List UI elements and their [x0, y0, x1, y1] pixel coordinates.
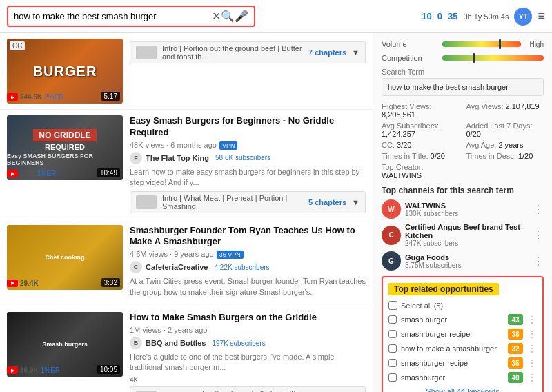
view-count: 16.9K	[20, 366, 39, 374]
thumbnail-wrap: NO GRIDDLE REQUIRED Easy SMASH BURGERS F…	[7, 115, 123, 180]
chapters-arrow-icon: ▼	[352, 198, 359, 206]
channel-dots-icon[interactable]: ⋮	[533, 203, 544, 216]
channel-list-item: G Guga Foods 3.75M subscribers ⋮	[382, 251, 544, 271]
video-list: BURGER CC 5:17 244.6K 2%ER Intro | Porti…	[0, 33, 373, 392]
video-meta: 4.6M views · 9 years ago36 VPN	[130, 250, 366, 258]
chapters-bar[interactable]: measure out patties | count off about 70…	[130, 386, 366, 392]
channel-name[interactable]: CafeteriaCreative	[146, 263, 208, 271]
keyword-dots-icon[interactable]: ⋮	[527, 329, 537, 340]
view-count: 1.7K	[20, 170, 34, 177]
list-item: BURGER CC 5:17 244.6K 2%ER Intro | Porti…	[0, 33, 373, 110]
channel-name[interactable]: The Flat Top King	[146, 154, 209, 162]
chapters-bar[interactable]: Intro | What Meat | Preheat | Portion | …	[130, 191, 366, 213]
channel-avatar: W	[382, 199, 401, 219]
stat-label: Avg Subscribers:	[382, 121, 439, 130]
stat-item: CC: 3/20	[382, 140, 460, 150]
thumb-label: Chef cooking	[42, 251, 87, 264]
views-row: 1.7K 3%ER	[7, 170, 56, 177]
video-title[interactable]: How to Make Smash Burgers on the Griddle	[130, 312, 366, 324]
badge-num3: 35	[448, 11, 457, 21]
channel-avatar: C	[130, 261, 142, 273]
search-input[interactable]	[14, 11, 212, 21]
mic-icon[interactable]: 🎤	[235, 10, 248, 23]
keyword-dots-icon[interactable]: ⋮	[527, 343, 537, 354]
keyword-score: 40	[508, 372, 523, 383]
chapters-bar[interactable]: Intro | Portion out the ground beef | Bu…	[130, 41, 366, 63]
channel-dots-icon[interactable]: ⋮	[533, 255, 544, 268]
volume-bar	[442, 41, 521, 47]
keyword-dots-icon[interactable]: ⋮	[527, 372, 537, 383]
views-row: 16.9K 1%ER	[7, 366, 60, 374]
stats-grid: Highest Views: 8,205,561Avg Views: 2,107…	[382, 101, 544, 180]
chapters-text: measure out patties | count off about 70…	[162, 389, 301, 392]
stat-value: 8,205,561	[382, 110, 415, 119]
duration-badge: 10:49	[97, 168, 120, 177]
video-info: How to Make Smash Burgers on the Griddle…	[130, 312, 366, 392]
search-button[interactable]: 🔍	[221, 10, 235, 23]
channel-name[interactable]: Guga Foods	[405, 253, 529, 262]
channel-name[interactable]: Certified Angus Beef brand Test Kitchen	[405, 223, 529, 239]
keyword-checkbox[interactable]	[388, 344, 397, 353]
badge-num2: 0	[437, 11, 442, 21]
cc-badge: CC	[10, 41, 25, 50]
youtube-icon	[7, 366, 18, 374]
keyword-checkbox[interactable]	[388, 359, 397, 367]
clear-search-button[interactable]: ✕	[212, 10, 221, 23]
stat-value: 3/20	[397, 141, 411, 149]
stat-item: Added Last 7 Days: 0/20	[466, 121, 544, 139]
keyword-score: 32	[508, 343, 523, 354]
video-title[interactable]: Smashburger Founder Tom Ryan Teaches Us …	[130, 225, 366, 248]
stat-label: Highest Views:	[382, 102, 432, 110]
chapters-text: Intro | Portion out the ground beef | Bu…	[162, 44, 303, 61]
er-badge: 1%ER	[41, 366, 60, 374]
thumbnail-wrap: Chef cooking 3:32 29.4K	[7, 225, 123, 290]
search-term-label: Search Term	[382, 68, 544, 76]
keyword-checkbox[interactable]	[388, 330, 397, 338]
keyword-row: smashburger recipe 35 ⋮	[388, 357, 537, 369]
thumbnail-wrap: BURGER CC 5:17 244.6K 2%ER	[7, 39, 123, 104]
keyword-score: 38	[508, 329, 523, 340]
required-text: REQUIRED	[45, 143, 85, 151]
channel-row: C CafeteriaCreative 4.22K subscribers	[130, 261, 366, 273]
select-all-checkbox[interactable]	[388, 301, 397, 310]
keyword-dots-icon[interactable]: ⋮	[527, 357, 537, 369]
chapters-count: 7 chapters	[308, 48, 346, 57]
menu-icon[interactable]: ≡	[538, 9, 545, 23]
channel-avatar: F	[130, 152, 142, 164]
channel-row: B BBQ and Bottles 197K subscribers	[130, 337, 366, 349]
avatar[interactable]: YT	[514, 8, 532, 26]
thumb-label: Smash burgers	[39, 338, 90, 351]
main-content: BURGER CC 5:17 244.6K 2%ER Intro | Porti…	[0, 33, 552, 392]
chapters-count: 5 chapters	[308, 198, 346, 206]
stat-label: Times in Desc:	[466, 152, 516, 160]
volume-label: Volume	[382, 40, 437, 48]
channel-name[interactable]: BBQ and Bottles	[146, 339, 206, 347]
channel-name[interactable]: WALTWINS	[405, 202, 529, 210]
keyword-checkbox[interactable]	[388, 373, 397, 382]
stat-value: 1/20	[518, 152, 533, 160]
sub-label: Easy SMASH BURGERS FOR BEGINNERS	[7, 153, 123, 166]
vpn-badge: 36 VPN	[217, 251, 244, 259]
keyword-dots-icon[interactable]: ⋮	[527, 314, 537, 325]
keyword-checkbox[interactable]	[388, 315, 397, 324]
competition-bar	[442, 55, 544, 61]
channel-avatar: B	[130, 337, 142, 349]
show-all-link[interactable]: Show all 44 keywords	[388, 387, 537, 392]
search-term-value: how to make the best smash burger	[382, 78, 544, 96]
keyword-row: how to make a smashburger 32 ⋮	[388, 343, 537, 354]
extra-badge: 4K	[130, 376, 366, 384]
video-info: Easy Smash Burgers for Beginners - No Gr…	[130, 115, 366, 213]
stat-label: CC:	[382, 141, 395, 149]
volume-indicator	[499, 39, 501, 49]
duration-badge: 3:32	[101, 278, 120, 287]
stat-item: Avg Views: 2,107,819	[466, 101, 544, 119]
competition-indicator	[473, 53, 475, 63]
competition-row: Competition	[382, 54, 544, 62]
channel-avatar: G	[382, 251, 401, 271]
no-griddle-text: NO GRIDDLE	[33, 129, 96, 141]
channel-dots-icon[interactable]: ⋮	[533, 228, 544, 242]
video-title[interactable]: Easy Smash Burgers for Beginners - No Gr…	[130, 115, 366, 139]
keyword-text: smashburger	[401, 373, 504, 382]
chapters-thumb	[136, 195, 157, 209]
keyword-text: how to make a smashburger	[401, 344, 504, 353]
